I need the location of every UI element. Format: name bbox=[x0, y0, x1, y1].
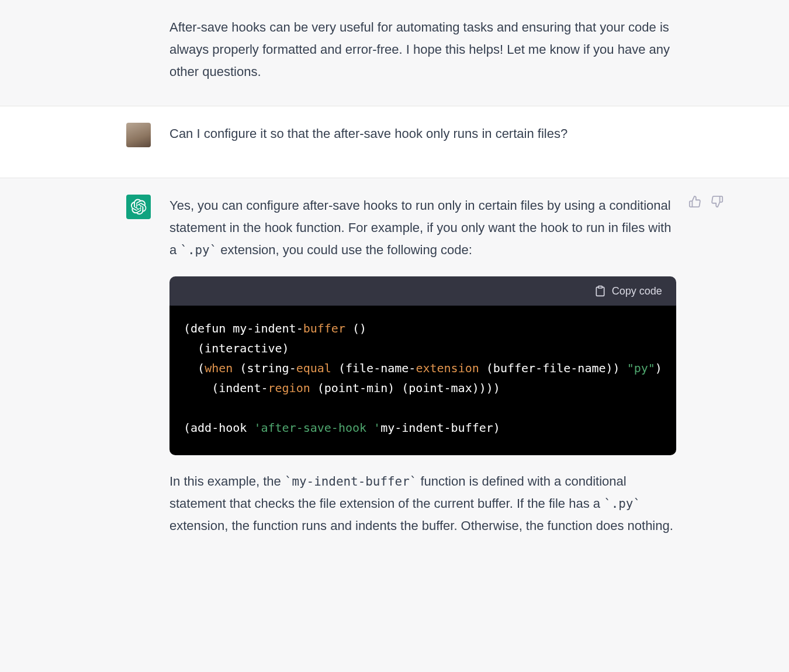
openai-logo-icon bbox=[130, 199, 147, 215]
svg-rect-0 bbox=[598, 286, 602, 288]
copy-code-label: Copy code bbox=[612, 285, 662, 297]
thumbs-up-icon bbox=[688, 195, 701, 208]
user-avatar bbox=[126, 123, 151, 147]
assistant-avatar bbox=[126, 195, 151, 219]
inline-code-py2: `.py` bbox=[604, 497, 641, 511]
assistant-message-answer: Yes, you can configure after-save hooks … bbox=[0, 178, 789, 560]
code-body: (defun my-indent-buffer () (interactive)… bbox=[169, 306, 676, 455]
thumbs-up-button[interactable] bbox=[688, 195, 702, 209]
assistant-intro-text: After-save hooks can be very useful for … bbox=[169, 16, 687, 82]
user-question-text: Can I configure it so that the after-sav… bbox=[169, 123, 687, 145]
inline-code-py: `.py` bbox=[180, 243, 217, 257]
assistant-p1: Yes, you can configure after-save hooks … bbox=[169, 195, 676, 261]
code-header: Copy code bbox=[169, 276, 676, 306]
thumbs-down-button[interactable] bbox=[710, 195, 724, 209]
code-block: Copy code (defun my-indent-buffer () (in… bbox=[169, 276, 676, 455]
feedback-actions bbox=[688, 195, 724, 536]
assistant-message-intro: After-save hooks can be very useful for … bbox=[0, 0, 789, 106]
user-message: Can I configure it so that the after-sav… bbox=[0, 106, 789, 178]
assistant-p2: In this example, the `my-indent-buffer` … bbox=[169, 470, 676, 537]
copy-code-button[interactable]: Copy code bbox=[594, 285, 662, 297]
thumbs-down-icon bbox=[711, 195, 724, 208]
inline-code-fn: `my-indent-buffer` bbox=[285, 474, 417, 489]
clipboard-icon bbox=[594, 285, 606, 297]
